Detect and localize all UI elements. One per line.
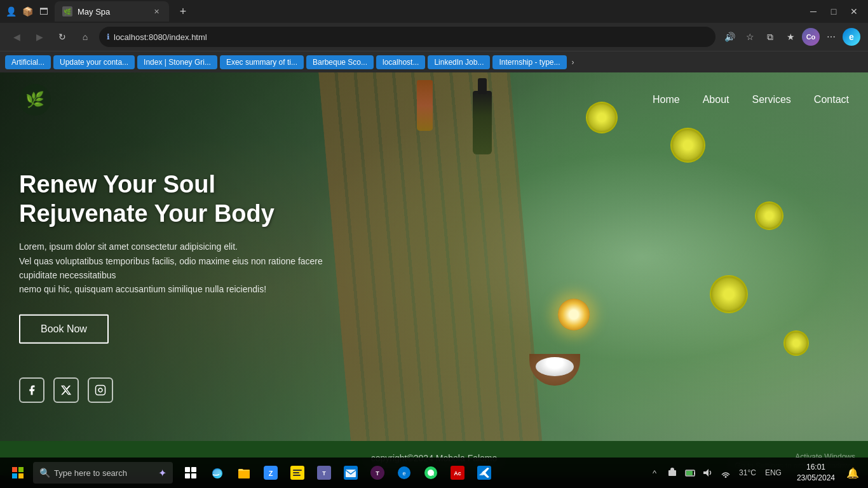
bookmark-6[interactable]: localhost... [376,55,425,69]
active-tab[interactable]: 🌿 May Spa ✕ [55,1,169,22]
zoom-icon[interactable]: Z [258,460,283,485]
network-icon[interactable] [719,466,733,480]
bookmark-5[interactable]: Barbeque Sco... [306,55,374,69]
security-icon: ℹ [107,32,110,41]
taskbar-search[interactable]: 🔍 Type here to search ✦ [33,462,173,484]
hero-description: Lorem, ipsum dolor sit amet consectetur … [19,240,337,297]
tray-icon-2[interactable] [683,466,697,480]
svg-rect-5 [18,473,24,478]
site-logo: 🌿 [19,84,51,116]
collections-icon[interactable]: 📦 [22,6,33,17]
taskbar-search-text: Type here to search [54,468,154,478]
copilot-search-icon: ✦ [158,467,166,479]
back-button[interactable]: ◀ [8,28,25,46]
svg-rect-7 [191,467,196,472]
clock-time: 16:01 [797,462,835,473]
logo-icon: 🌿 [19,84,51,116]
hero-title-line2: Rejuvenate Your Body [19,200,275,226]
bookmarks-more-button[interactable]: › [572,58,574,67]
sticky-notes-icon[interactable] [285,460,310,485]
url-text: localhost:8080/index.html [114,32,207,42]
tab-close-button[interactable]: ✕ [151,6,161,17]
maximize-button[interactable]: □ [825,3,843,20]
read-aloud-button[interactable]: 🔊 [721,28,738,46]
browser-window: 👤 📦 🗖 🌿 May Spa ✕ + ─ □ ✕ ◀ ▶ ↻ ⌂ ℹ loca… [0,0,868,475]
favorites-collection-button[interactable]: ★ [782,28,799,46]
tab-group-icon[interactable]: 🗖 [38,6,50,17]
settings-button[interactable]: ⋯ [822,28,840,46]
volume-icon[interactable] [701,466,715,480]
tab-favicon: 🌿 [62,6,72,17]
task-view-button[interactable] [178,460,203,485]
edge-icon: e [843,28,860,46]
split-screen-button[interactable]: ⧉ [761,28,779,46]
svg-text:T: T [376,470,379,477]
vscode-icon[interactable] [471,460,497,485]
bookmark-8[interactable]: Internship - type... [492,55,566,69]
taskbar-search-icon: 🔍 [39,468,50,478]
favorites-button[interactable]: ☆ [741,28,759,46]
bookmark-1[interactable]: Artificial... [5,55,51,69]
nav-links: Home About Services Contact [653,94,849,105]
file-explorer-icon[interactable] [231,460,257,485]
bookmarks-bar: Artificial... Update your conta... Index… [0,51,868,72]
tray-chevron[interactable]: ^ [648,466,661,480]
website-content: 🌿 Home About Services Contact Renew Your… [0,72,868,441]
mail-icon[interactable] [338,460,363,485]
site-nav: 🌿 Home About Services Contact [0,72,868,127]
language-display[interactable]: ENG [763,466,784,480]
nav-about[interactable]: About [703,94,729,105]
whatsapp-icon[interactable] [418,460,444,485]
copilot-button[interactable]: Co [802,28,820,46]
clock-display[interactable]: 16:01 23/05/2024 [792,459,840,486]
nav-contact[interactable]: Contact [814,94,849,105]
spa-candle [558,299,590,330]
svg-text:T: T [322,470,326,477]
teams-icon[interactable]: T [311,460,337,485]
svg-rect-15 [293,470,302,471]
hero-desc-1: Lorem, ipsum dolor sit amet consectetur … [19,241,238,252]
svg-rect-8 [185,473,190,478]
home-button[interactable]: ⌂ [76,28,94,46]
minimize-button[interactable]: ─ [804,3,822,20]
svg-rect-11 [238,470,250,478]
copilot-taskbar-icon[interactable]: e [391,460,417,485]
svg-rect-2 [12,467,17,472]
notification-center-button[interactable]: 🔔 [843,460,863,485]
tray-icon-1[interactable] [665,466,679,480]
taskbar: 🔍 Type here to search ✦ [0,458,868,488]
facebook-icon[interactable] [19,377,44,403]
svg-text:Ac: Ac [454,470,461,477]
hero-title: Renew Your Soul Rejuvenate Your Body [19,170,337,228]
svg-text:e: e [402,470,405,477]
address-bar: ◀ ▶ ↻ ⌂ ℹ localhost:8080/index.html 🔊 ☆ … [0,23,868,51]
nav-home[interactable]: Home [653,94,680,105]
edge-taskbar-icon[interactable] [205,460,230,485]
close-button[interactable]: ✕ [845,3,863,20]
lemon-1 [670,128,705,163]
svg-rect-9 [191,473,196,478]
acrobat-icon[interactable]: Ac [445,460,470,485]
bookmark-2[interactable]: Update your conta... [53,55,135,69]
book-now-button[interactable]: Book Now [19,314,109,343]
bookmark-7[interactable]: LinkedIn Job... [428,55,490,69]
teams-2-icon[interactable]: T [365,460,390,485]
new-tab-button[interactable]: + [174,3,192,20]
refresh-button[interactable]: ↻ [53,28,71,46]
nav-services[interactable]: Services [752,94,791,105]
bookmark-4[interactable]: Exec summary of ti... [220,55,304,69]
taskbar-apps: Z T [178,460,497,485]
svg-rect-17 [293,475,301,476]
forward-button[interactable]: ▶ [31,28,48,46]
bookmark-3[interactable]: Index | Stoney Gri... [137,55,217,69]
instagram-icon[interactable] [88,377,113,403]
svg-rect-32 [694,472,695,475]
twitter-x-icon[interactable] [53,377,79,403]
start-button[interactable] [5,460,31,485]
svg-rect-33 [686,471,693,475]
profile-icon[interactable]: 👤 [5,6,17,17]
title-bar-controls: 👤 📦 🗖 [5,6,50,17]
url-bar[interactable]: ℹ localhost:8080/index.html [99,27,715,47]
temperature-display[interactable]: 31°C [736,466,759,480]
hero-title-line1: Renew Your Soul [19,171,215,198]
